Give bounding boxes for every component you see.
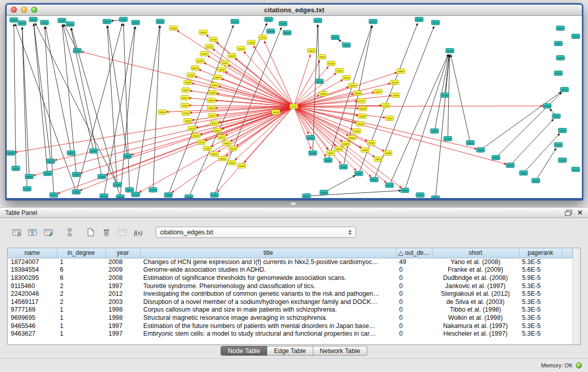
graph-node[interactable]: 16626 — [315, 79, 323, 84]
graph-node[interactable]: 11925 — [119, 17, 127, 22]
graph-node[interactable]: 15474 — [237, 47, 245, 51]
graph-node[interactable]: 10647 — [374, 90, 382, 94]
zoom-button[interactable] — [31, 7, 37, 13]
graph-node[interactable]: 19590 — [72, 172, 80, 177]
graph-node[interactable]: 18130 — [369, 19, 377, 24]
graph-node[interactable]: 12116 — [382, 103, 390, 108]
graph-node[interactable]: 12210 — [554, 143, 562, 147]
graph-node[interactable]: 17240 — [290, 104, 298, 109]
graph-node[interactable]: 16774 — [572, 167, 580, 172]
graph-node[interactable]: 16019 — [208, 91, 216, 95]
graph-node[interactable]: 16055 — [10, 18, 18, 23]
graph-node[interactable]: 15096 — [116, 195, 124, 199]
graph-node[interactable]: 18302 — [207, 106, 215, 111]
network-canvas[interactable]: 1724016055250631814310414195652064315876… — [7, 16, 582, 198]
graph-node[interactable]: 81830 — [415, 17, 423, 22]
table-row[interactable]: 946362711997Embryonic stem cells: a mode… — [8, 330, 573, 338]
graph-node[interactable]: 15498 — [384, 151, 392, 156]
graph-node[interactable]: 11544 — [391, 93, 400, 98]
graph-node[interactable]: 15583 — [349, 83, 357, 88]
graph-node[interactable]: 18300 — [272, 110, 280, 115]
graph-node[interactable]: 12753 — [209, 37, 217, 42]
graph-node[interactable]: 19013 — [231, 19, 239, 24]
tab-node-table[interactable]: Node Table — [221, 346, 267, 356]
graph-node[interactable]: 25063 — [18, 21, 26, 26]
graph-node[interactable]: 20684 — [113, 183, 121, 187]
panel-splitter[interactable] — [0, 201, 588, 207]
graph-node[interactable]: 14277 — [50, 193, 58, 198]
tab-network-table[interactable]: Network Table — [313, 346, 367, 356]
graph-node[interactable]: 97334 — [187, 73, 195, 78]
column-header-title[interactable]: title — [140, 248, 396, 258]
graph-node[interactable]: 16345 — [355, 171, 363, 176]
graph-node[interactable]: 19565 — [58, 18, 66, 23]
table-row[interactable]: 1456911722003Disruption of a novel membe… — [8, 298, 573, 306]
graph-node[interactable]: 16835 — [492, 156, 500, 160]
graph-node[interactable]: 19613 — [331, 35, 339, 40]
graph-node[interactable]: 17382 — [98, 174, 106, 179]
close-panel-icon[interactable]: ✕ — [577, 210, 583, 216]
table-scrollbar[interactable] — [573, 248, 580, 344]
graph-node[interactable]: 12608 — [164, 193, 172, 198]
graph-node[interactable]: 16141 — [188, 126, 196, 131]
graph-node[interactable]: 15915 — [556, 26, 564, 31]
graph-node[interactable]: 60503 — [359, 106, 367, 111]
graph-node[interactable]: 18218 — [47, 159, 55, 164]
column-header-year[interactable]: year — [105, 248, 140, 258]
graph-node[interactable]: 18381 — [342, 43, 351, 48]
graph-node[interactable]: 14957 — [326, 151, 335, 156]
graph-node[interactable]: 17594 — [182, 111, 190, 116]
edit-column-icon[interactable] — [42, 226, 55, 238]
network-graph[interactable]: 1724016055250631814310414195652064315876… — [7, 16, 581, 198]
graph-node[interactable]: 26206 — [123, 154, 132, 159]
select-column-icon[interactable] — [26, 226, 39, 238]
graph-node[interactable]: 12240 — [431, 196, 440, 199]
column-header-in_degree[interactable]: in_degree — [57, 248, 105, 258]
graph-node[interactable]: 15034 — [192, 134, 200, 138]
graph-node[interactable]: 11738 — [23, 187, 31, 191]
table-row[interactable]: 911546021997Tourette syndrome. Phenomeno… — [8, 282, 573, 290]
graph-node[interactable]: 18042 — [320, 190, 328, 195]
graph-node[interactable]: 16434 — [184, 119, 192, 123]
graph-node[interactable]: 15958 — [543, 104, 551, 108]
column-header-pagerank[interactable]: pagerank — [519, 248, 562, 258]
graph-node[interactable]: 19028 — [476, 148, 485, 152]
graph-node[interactable]: 30673 — [191, 66, 199, 71]
graph-node[interactable]: 18304 — [158, 110, 166, 115]
graph-node[interactable]: 32201 — [335, 69, 343, 73]
graph-node[interactable]: 12187 — [221, 61, 229, 65]
delete-column-icon[interactable] — [100, 226, 113, 238]
graph-node[interactable]: 16162 — [385, 116, 394, 121]
graph-node[interactable]: 23881 — [132, 20, 140, 25]
graph-node[interactable]: 35723 — [314, 18, 322, 23]
graph-node[interactable]: 19565 — [169, 26, 178, 31]
graph-node[interactable]: 30675 — [213, 128, 222, 133]
table-row[interactable]: 1938455462009Genome-wide association stu… — [8, 266, 573, 274]
graph-node[interactable]: 41077 — [217, 135, 226, 140]
graph-node[interactable]: 15049 — [229, 146, 237, 151]
tab-edge-table[interactable]: Edge Table — [267, 346, 313, 356]
column-header-out_degree[interactable]: △ out_de… — [396, 248, 432, 258]
graph-node[interactable]: 14200 — [200, 52, 208, 56]
graph-node[interactable]: 11631 — [552, 114, 560, 119]
graph-node[interactable]: 18010 — [100, 194, 108, 199]
graph-node[interactable]: 18143 — [29, 17, 37, 22]
graph-node[interactable]: 16198 — [185, 195, 193, 199]
graph-node[interactable]: 16997 — [90, 149, 98, 154]
graph-node[interactable]: 20643 — [66, 22, 74, 27]
float-panel-icon[interactable] — [565, 210, 572, 216]
graph-node[interactable]: 94918 — [354, 91, 362, 96]
graph-node[interactable]: 16973 — [556, 56, 564, 60]
graph-node[interactable]: 42751 — [196, 59, 204, 63]
graph-node[interactable]: 15905 — [43, 171, 52, 176]
graph-node[interactable]: 19568 — [72, 190, 80, 194]
table-row[interactable]: 946554611997Estimation of the future num… — [8, 322, 573, 330]
graph-node[interactable]: 17771 — [357, 99, 365, 103]
graph-node[interactable]: 16041 — [532, 179, 540, 183]
graph-node[interactable]: 18914 — [466, 141, 474, 145]
table-row[interactable]: 969969511998Structural magnetic resonanc… — [8, 314, 573, 322]
graph-node[interactable]: 18353 — [219, 157, 227, 161]
graph-node[interactable]: 16551 — [210, 152, 219, 157]
graph-node[interactable]: 12187 — [203, 146, 211, 151]
graph-node[interactable]: 13106 — [339, 165, 347, 169]
